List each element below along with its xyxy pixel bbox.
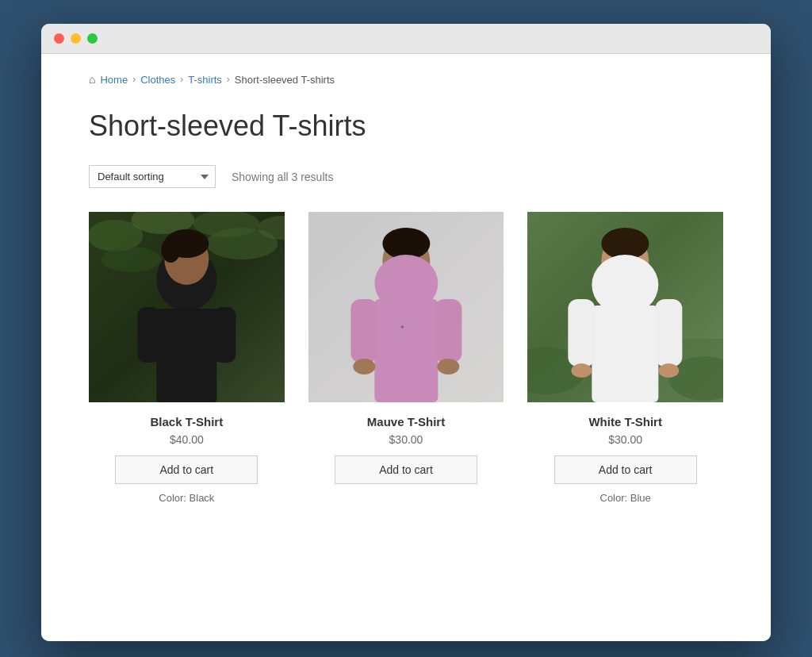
browser-titlebar [41,24,771,54]
product-name-white-tshirt: White T-Shirt [588,415,662,428]
product-price-black-tshirt: $40.00 [170,433,204,446]
svg-point-38 [572,363,592,378]
breadcrumb-separator-3: › [227,74,230,85]
breadcrumb-clothes-link[interactable]: Clothes [140,74,175,86]
product-card-mauve-tshirt: ✦ Mauve T-Shirt $30.00 Add to cart [308,212,504,504]
svg-point-25 [437,359,459,375]
breadcrumb-current: Short-sleeved T-shirts [235,74,335,86]
svg-text:✦: ✦ [400,324,405,331]
svg-rect-22 [350,299,377,363]
minimize-button[interactable] [71,33,81,44]
add-to-cart-black-tshirt[interactable]: Add to cart [115,455,258,484]
svg-rect-12 [137,307,159,363]
svg-rect-23 [435,299,462,363]
svg-rect-11 [156,309,216,402]
product-card-white-tshirt: White T-Shirt $30.00 Add to cart Color: … [527,212,723,504]
breadcrumb-tshirts-link[interactable]: T-shirts [188,74,222,86]
shop-toolbar: Default sorting Sort by popularity Sort … [89,165,723,188]
product-color-white-tshirt: Color: Blue [600,492,651,504]
sort-select[interactable]: Default sorting Sort by popularity Sort … [89,165,216,188]
svg-rect-37 [656,299,683,367]
product-color-black-tshirt: Color: Black [159,492,214,504]
svg-point-39 [659,363,680,378]
product-image-mauve-tshirt: ✦ [308,212,504,402]
home-icon: ⌂ [89,73,95,86]
breadcrumb-separator-1: › [132,74,136,85]
svg-rect-21 [374,299,438,402]
add-to-cart-white-tshirt[interactable]: Add to cart [554,455,697,484]
close-button[interactable] [54,33,64,44]
product-price-mauve-tshirt: $30.00 [389,433,423,446]
product-name-black-tshirt: Black T-Shirt [150,415,223,428]
page-content: ⌂ Home › Clothes › T-shirts › Short-slee… [41,54,771,641]
product-image-black-tshirt [89,212,285,402]
add-to-cart-mauve-tshirt[interactable]: Add to cart [335,455,477,484]
svg-point-24 [353,359,375,375]
maximize-button[interactable] [87,33,98,44]
product-name-mauve-tshirt: Mauve T-Shirt [367,415,445,428]
page-title: Short-sleeved T-shirts [89,110,723,143]
breadcrumb-home-link[interactable]: Home [100,74,128,86]
product-image-white-tshirt [527,212,723,402]
product-card-black-tshirt: Black T-Shirt $40.00 Add to cart Color: … [89,212,285,504]
svg-point-5 [101,247,161,272]
browser-window: ⌂ Home › Clothes › T-shirts › Short-slee… [41,24,771,641]
svg-point-10 [161,237,180,263]
breadcrumb: ⌂ Home › Clothes › T-shirts › Short-slee… [89,70,723,86]
product-grid: Black T-Shirt $40.00 Add to cart Color: … [89,212,723,504]
results-count: Showing all 3 results [232,171,333,183]
svg-rect-36 [569,299,596,367]
svg-rect-13 [213,307,236,363]
breadcrumb-separator-2: › [180,74,183,85]
svg-rect-35 [592,305,659,402]
product-price-white-tshirt: $30.00 [608,433,642,446]
